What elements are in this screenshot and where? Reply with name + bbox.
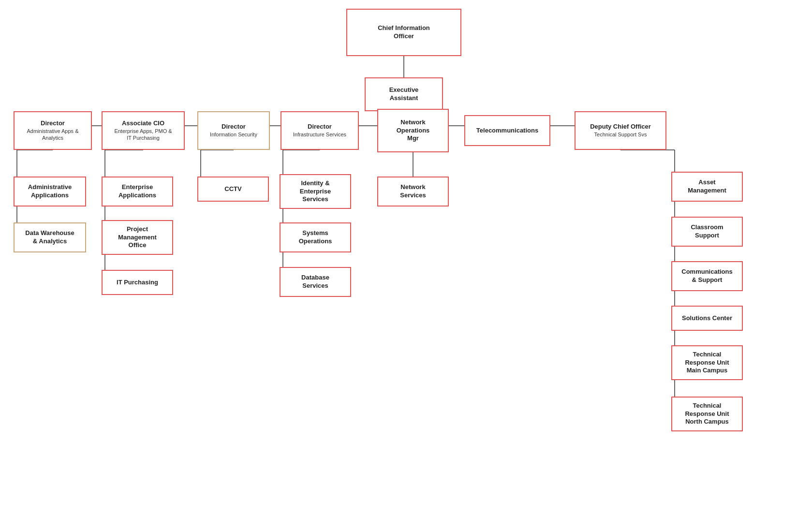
admin-apps-label: AdministrativeApplications	[28, 183, 72, 200]
classroom-label: ClassroomSupport	[691, 223, 723, 240]
it-purchasing-box: IT Purchasing	[102, 270, 173, 295]
data-warehouse-box: Data Warehouse& Analytics	[14, 222, 86, 252]
dir-infosec-box: Director Information Security	[197, 111, 270, 150]
deputy-subtitle: Technical Support Svs	[594, 131, 647, 138]
assoc-cio-subtitle: Enterprise Apps, PMO &IT Purchasing	[114, 128, 172, 142]
tru-main-box: TechnicalResponse UnitMain Campus	[671, 345, 743, 380]
telecom-box: Telecommunications	[464, 115, 550, 146]
exec-assistant-box: ExecutiveAssistant	[365, 77, 443, 111]
network-services-label: NetworkServices	[400, 183, 426, 200]
netops-label: NetworkOperationsMgr	[397, 118, 430, 143]
asset-label: AssetManagement	[688, 178, 726, 195]
dir-infra-box: Director Infrastructure Services	[281, 111, 359, 150]
systems-ops-label: SystemsOperations	[299, 229, 332, 246]
dir-infosec-label: Director	[221, 123, 246, 131]
dir-admin-label: Director	[41, 119, 65, 128]
network-services-box: NetworkServices	[377, 177, 449, 206]
org-chart: Chief InformationOfficer ExecutiveAssist…	[0, 0, 812, 531]
asset-box: AssetManagement	[671, 172, 743, 202]
tru-north-label: TechnicalResponse UnitNorth Campus	[685, 402, 729, 427]
classroom-box: ClassroomSupport	[671, 217, 743, 247]
pmo-box: ProjectManagementOffice	[102, 220, 173, 255]
enterprise-apps-box: EnterpriseApplications	[102, 177, 173, 206]
tru-north-box: TechnicalResponse UnitNorth Campus	[671, 397, 743, 431]
dir-infra-subtitle: Infrastructure Services	[293, 131, 346, 138]
communications-label: Communications& Support	[681, 268, 732, 284]
solutions-box: Solutions Center	[671, 306, 743, 331]
telecom-label: Telecommunications	[476, 127, 538, 135]
assoc-cio-label: Associate CIO	[122, 119, 164, 128]
cctv-box: CCTV	[197, 177, 269, 202]
dir-admin-subtitle: Administrative Apps &Analytics	[27, 128, 79, 142]
netops-box: NetworkOperationsMgr	[377, 109, 449, 152]
cio-label: Chief InformationOfficer	[378, 24, 430, 41]
data-warehouse-label: Data Warehouse& Analytics	[25, 229, 74, 246]
communications-box: Communications& Support	[671, 261, 743, 291]
database-box: DatabaseServices	[280, 267, 351, 297]
enterprise-apps-label: EnterpriseApplications	[118, 183, 156, 200]
pmo-label: ProjectManagementOffice	[118, 225, 156, 250]
dir-admin-box: Director Administrative Apps &Analytics	[14, 111, 92, 150]
dir-infra-label: Director	[308, 123, 332, 131]
identity-label: Identity &EnterpriseServices	[300, 179, 331, 204]
exec-label: ExecutiveAssistant	[389, 86, 419, 103]
systems-ops-box: SystemsOperations	[280, 222, 351, 252]
dir-infosec-subtitle: Information Security	[210, 131, 257, 138]
deputy-box: Deputy Chief Officer Technical Support S…	[575, 111, 666, 150]
tru-main-label: TechnicalResponse UnitMain Campus	[685, 351, 729, 375]
assoc-cio-box: Associate CIO Enterprise Apps, PMO &IT P…	[102, 111, 185, 150]
it-purchasing-label: IT Purchasing	[117, 279, 158, 287]
admin-apps-box: AdministrativeApplications	[14, 177, 86, 206]
deputy-label: Deputy Chief Officer	[590, 123, 651, 131]
solutions-label: Solutions Center	[682, 314, 732, 323]
identity-box: Identity &EnterpriseServices	[280, 174, 351, 209]
cio-box: Chief InformationOfficer	[346, 9, 461, 56]
database-label: DatabaseServices	[301, 274, 329, 290]
cctv-label: CCTV	[224, 185, 241, 193]
